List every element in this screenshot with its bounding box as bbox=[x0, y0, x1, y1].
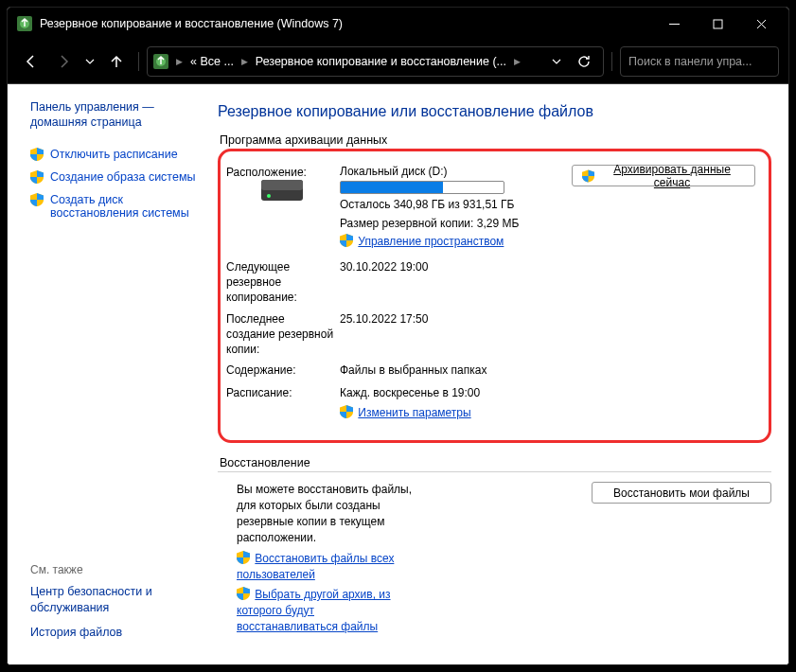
up-button[interactable] bbox=[102, 47, 131, 76]
shield-icon bbox=[30, 148, 44, 161]
shield-icon bbox=[237, 551, 250, 564]
close-button[interactable] bbox=[739, 8, 783, 40]
main-content: Резервное копирование или восстановление… bbox=[208, 84, 788, 664]
archive-now-label: Архивировать данные сейчас bbox=[599, 163, 745, 189]
archive-now-button[interactable]: Архивировать данные сейчас bbox=[572, 165, 755, 186]
space-remaining: Осталось 340,98 ГБ из 931,51 ГБ bbox=[340, 198, 755, 211]
svg-point-5 bbox=[267, 194, 271, 198]
title-bar: Резервное копирование и восстановление (… bbox=[8, 8, 788, 40]
breadcrumb-dropdown[interactable] bbox=[548, 47, 565, 76]
sidebar-create-image-link[interactable]: Создание образа системы bbox=[50, 170, 195, 184]
last-backup-value: 25.10.2022 17:50 bbox=[340, 311, 755, 358]
sidebar-create-recovery-disk-link[interactable]: Создать диск восстановления системы bbox=[50, 193, 199, 220]
see-also-label: См. также bbox=[30, 563, 199, 576]
shield-icon bbox=[340, 405, 353, 418]
control-panel-home-link[interactable]: Панель управления — домашняя страница bbox=[30, 99, 199, 131]
chevron-right-icon: ▶ bbox=[512, 57, 522, 66]
last-backup-label: Последнее создание резервной копии: bbox=[226, 311, 340, 358]
location-label: Расположение: bbox=[226, 165, 340, 180]
shield-icon bbox=[237, 587, 250, 600]
restore-all-users-link[interactable]: Восстановить файлы всех пользователей bbox=[237, 552, 394, 581]
select-other-archive-link[interactable]: Выбрать другой архив, из которого будут … bbox=[237, 588, 391, 633]
next-backup-value: 30.10.2022 19:00 bbox=[340, 259, 755, 306]
svg-rect-4 bbox=[261, 180, 303, 190]
restore-description: Вы можете восстановить файлы, для которы… bbox=[237, 482, 415, 545]
schedule-value: Кажд. воскресенье в 19:00 bbox=[340, 385, 755, 401]
breadcrumb-item[interactable]: « Все ... bbox=[190, 55, 234, 68]
shield-icon bbox=[30, 170, 44, 184]
svg-rect-2 bbox=[714, 20, 722, 28]
nav-bar: ▶ « Все ... ▶ Резервное копирование и во… bbox=[8, 40, 788, 83]
chevron-right-icon: ▶ bbox=[239, 57, 250, 66]
back-button[interactable] bbox=[17, 47, 45, 76]
forward-button[interactable] bbox=[49, 47, 78, 76]
security-center-link[interactable]: Центр безопасности и обслуживания bbox=[30, 584, 199, 615]
sidebar-disable-schedule-link[interactable]: Отключить расписание bbox=[50, 148, 178, 161]
breadcrumb-item[interactable]: Резервное копирование и восстановление (… bbox=[256, 55, 506, 68]
maximize-button[interactable] bbox=[696, 8, 739, 40]
minimize-button[interactable] bbox=[652, 8, 696, 40]
content-value: Файлы в выбранных папках bbox=[340, 363, 755, 379]
breadcrumb[interactable]: ▶ « Все ... ▶ Резервное копирование и во… bbox=[147, 46, 604, 77]
restore-my-files-label: Восстановить мои файлы bbox=[613, 486, 750, 500]
search-placeholder: Поиск в панели упра... bbox=[628, 55, 752, 68]
refresh-button[interactable] bbox=[571, 48, 597, 75]
manage-space-link[interactable]: Управление пространством bbox=[358, 235, 504, 248]
schedule-label: Расписание: bbox=[226, 385, 340, 422]
location-icon bbox=[153, 54, 168, 69]
chevron-right-icon: ▶ bbox=[174, 57, 185, 66]
backup-size: Размер резервной копии: 3,29 МБ bbox=[340, 217, 755, 230]
change-params-link[interactable]: Изменить параметры bbox=[358, 406, 470, 419]
restore-my-files-button[interactable]: Восстановить мои файлы bbox=[592, 482, 771, 504]
search-input[interactable]: Поиск в панели упра... bbox=[620, 46, 779, 77]
backup-highlighted-region: Локальный диск (D:) Осталось 340,98 ГБ и… bbox=[218, 149, 771, 443]
shield-icon bbox=[30, 193, 44, 206]
window-title: Резервное копирование и восстановление (… bbox=[40, 17, 343, 30]
section-backup-title: Программа архивации данных bbox=[220, 133, 771, 147]
shield-icon bbox=[340, 234, 353, 247]
content-label: Содержание: bbox=[226, 363, 340, 379]
sidebar: Панель управления — домашняя страница От… bbox=[8, 84, 208, 664]
disk-usage-bar bbox=[340, 181, 504, 194]
section-restore-title: Восстановление bbox=[220, 456, 771, 469]
app-icon bbox=[17, 16, 32, 31]
file-history-link[interactable]: История файлов bbox=[30, 625, 199, 640]
page-title: Резервное копирование или восстановление… bbox=[218, 103, 771, 120]
shield-icon bbox=[582, 169, 594, 183]
next-backup-label: Следующее резервное копирование: bbox=[226, 259, 340, 306]
history-dropdown[interactable] bbox=[81, 47, 98, 76]
